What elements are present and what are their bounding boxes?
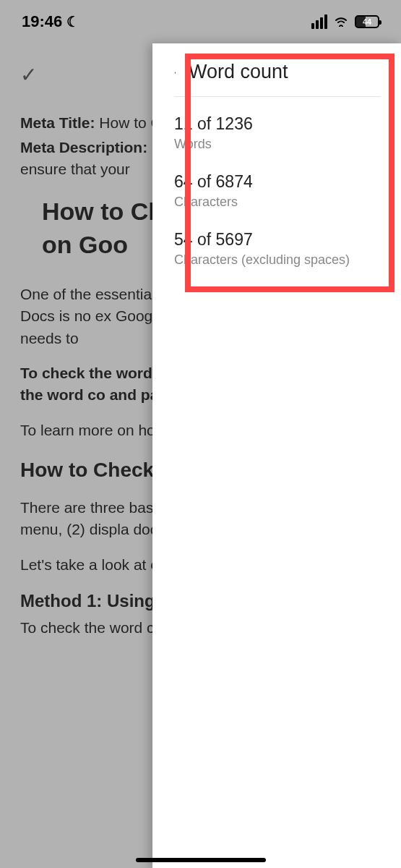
- stat-words-value: 11 of 1236: [174, 114, 381, 134]
- panel-header: ‹ Word count: [174, 61, 381, 97]
- battery-percentage: 44: [363, 17, 371, 26]
- word-count-panel: ‹ Word count 11 of 1236 Words 64 of 6874…: [152, 43, 401, 868]
- battery-icon: 44: [355, 15, 379, 28]
- stat-characters-no-spaces-value: 54 of 5697: [174, 230, 381, 250]
- status-indicators: 44: [311, 14, 379, 30]
- stat-words-label: Words: [174, 137, 381, 152]
- stat-characters-no-spaces-label: Characters (excluding spaces): [174, 252, 381, 268]
- stat-characters-no-spaces: 54 of 5697 Characters (excluding spaces): [174, 213, 381, 271]
- stat-words: 11 of 1236 Words: [174, 97, 381, 155]
- stat-characters-value: 64 of 6874: [174, 172, 381, 192]
- cellular-signal-icon: [311, 14, 327, 29]
- status-time: 19:46: [22, 12, 62, 31]
- do-not-disturb-icon: ☾: [66, 13, 79, 30]
- back-icon[interactable]: ‹: [174, 63, 176, 82]
- panel-title: Word count: [189, 61, 288, 83]
- status-time-group: 19:46 ☾: [22, 12, 79, 31]
- status-bar: 19:46 ☾ 44: [0, 0, 401, 43]
- home-indicator[interactable]: [136, 858, 266, 862]
- stat-characters: 64 of 6874 Characters: [174, 155, 381, 213]
- screen: ✓ Meta Title: How to C [EasyGuide] Meta …: [0, 0, 401, 868]
- stat-characters-label: Characters: [174, 195, 381, 210]
- wifi-icon: [333, 14, 349, 30]
